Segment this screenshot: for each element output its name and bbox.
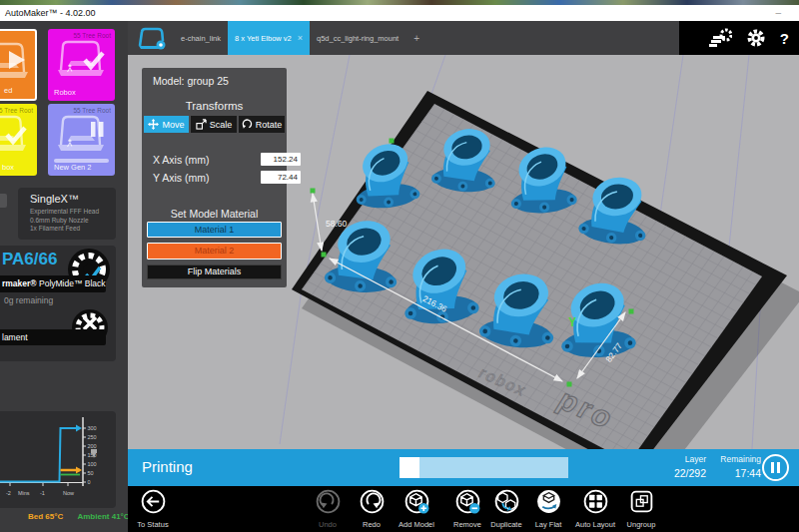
print-status-bar: Printing Layer 22/292 Remaining 17:44 [128,449,799,486]
tab-light-ring-mount[interactable]: q5d_cc_light-ring_mount [310,21,405,55]
head-detail: 1x Filament Feed [30,225,116,234]
ambient-temp-label: Ambient 41°C [77,512,128,521]
pause-button[interactable] [762,454,789,481]
material-panel[interactable]: PA6/66 rmaker® PolyMide™ Black 0g remain… [0,246,116,361]
filament2-label: lament [0,329,106,345]
temperature-chart: 300 250 200 150 100 50 0 -2 Mins -1 Now [0,411,116,508]
ungroup-button[interactable]: Ungroup [611,488,671,529]
to-status-button[interactable]: To Status [123,488,183,529]
model-settings-panel: Model: group 25 Transforms Move [142,68,287,287]
printer-tile-4[interactable]: 55 Tree Root New Gen 2 [48,104,115,176]
x-axis-input[interactable] [261,153,301,166]
printer-tile-1[interactable]: ed [0,29,37,101]
temperature-legend: Bed 65°C Ambient 41°C [0,512,128,521]
move-button[interactable]: Move [144,116,189,133]
back-arrow-icon [140,488,167,515]
printer-name: box [2,163,14,172]
printer-name: ed [4,86,12,95]
transforms-heading: Transforms [142,100,287,112]
head-icon-fragment [0,194,7,208]
print-progress-bar [400,457,568,478]
advanced-mode-icon[interactable] [708,27,732,49]
svg-text:250: 250 [88,434,97,440]
svg-text:-2: -2 [6,490,11,496]
add-model-icon [403,488,430,515]
tab-yeti-elbow[interactable]: 8 x Yeti Elbow v2 × [228,21,310,55]
svg-text:0: 0 [88,479,91,485]
help-icon[interactable]: ? [780,30,789,47]
tab-e-chain-link[interactable]: e-chain_link [174,21,228,55]
head-detail: Experimental FFF Head [30,208,116,217]
bed-temp-label: Bed 65°C [28,512,63,521]
material-name: rmaker® PolyMide™ Black [0,275,106,292]
material-type: PA6/66 [2,250,57,269]
header-actions: ? [679,21,799,55]
ungroup-icon [628,488,655,515]
head-name: SingleX™ [30,193,116,205]
svg-text:100: 100 [88,461,97,467]
duplicate-icon [493,488,520,515]
window-title: AutoMaker™ - 4.02.00 [5,8,96,18]
svg-text:Mins: Mins [18,490,30,496]
material2-button[interactable]: Material 2 [147,243,282,260]
printer-tile-2[interactable]: 55 Tree Root Robox [48,29,115,101]
material1-button[interactable]: Material 1 [147,222,282,238]
printer-name: New Gen 2 [54,163,92,172]
nozzle-temp-line [0,428,80,482]
lay-flat-icon [535,488,562,515]
dimension-height-label: 58.60 [326,219,348,229]
undo-icon [315,488,342,515]
time-remaining: Remaining 17:44 [696,454,761,479]
rotate-button[interactable]: Rotate [239,116,285,133]
set-material-heading: Set Model Material [142,208,287,220]
rotate-icon [242,119,253,130]
svg-text:50: 50 [88,470,94,476]
robox-logo[interactable] [128,21,174,55]
scale-icon [196,119,207,130]
robox-logo-icon [135,25,167,51]
y-rotate-handle[interactable]: Y [568,315,576,329]
model-title: Model: group 25 [153,75,229,87]
scale-button[interactable]: Scale [191,116,237,133]
svg-text:200: 200 [88,443,97,449]
bed-target-marker[interactable] [76,467,82,474]
progress-fill [400,457,419,478]
project-tab-bar: e-chain_link 8 x Yeti Elbow v2 × q5d_cc_… [128,21,799,55]
move-icon [148,119,159,130]
minimize-button[interactable]: – [775,5,781,21]
head-panel[interactable]: SingleX™ Experimental FFF Head 0.6mm Rub… [18,188,116,240]
material-remaining: 0g remaining [4,295,53,305]
printer-name: Robox [54,88,76,97]
y-axis-input[interactable] [261,171,301,184]
nozzle-target-marker[interactable] [76,425,82,432]
flip-materials-button[interactable]: Flip Materials [147,265,282,279]
temperature-graph-panel: 300 250 200 150 100 50 0 -2 Mins -1 Now [0,411,116,508]
head-detail: 0.6mm Ruby Nozzle [30,217,116,226]
viewport-3d[interactable]: robox pro [128,55,799,449]
print-state-label: Printing [142,458,193,475]
add-project-tab-button[interactable]: + [405,21,427,55]
paused-pause-icon [91,122,104,137]
layout-toolbar: To Status Undo Redo [128,486,799,532]
window-titlebar: AutoMaker™ - 4.02.00 – [0,5,799,21]
auto-layout-icon [582,488,609,515]
printer-tile-3[interactable]: 55 Tree Root box [0,104,37,176]
x-axis-label: X Axis (mm) [153,154,210,166]
redo-icon [359,488,386,515]
svg-text:-1: -1 [40,490,45,496]
printer-sidebar: ed 55 Tree Root Robox 55 Tree Root [0,21,128,532]
automaker-window: AutoMaker™ - 4.02.00 – ed 55 Tree Root [0,0,799,532]
settings-gear-icon[interactable] [745,27,767,49]
y-axis-label: Y Axis (mm) [153,172,209,184]
svg-text:300: 300 [88,425,97,431]
close-tab-icon[interactable]: × [298,33,303,43]
svg-text:Now: Now [63,490,74,496]
